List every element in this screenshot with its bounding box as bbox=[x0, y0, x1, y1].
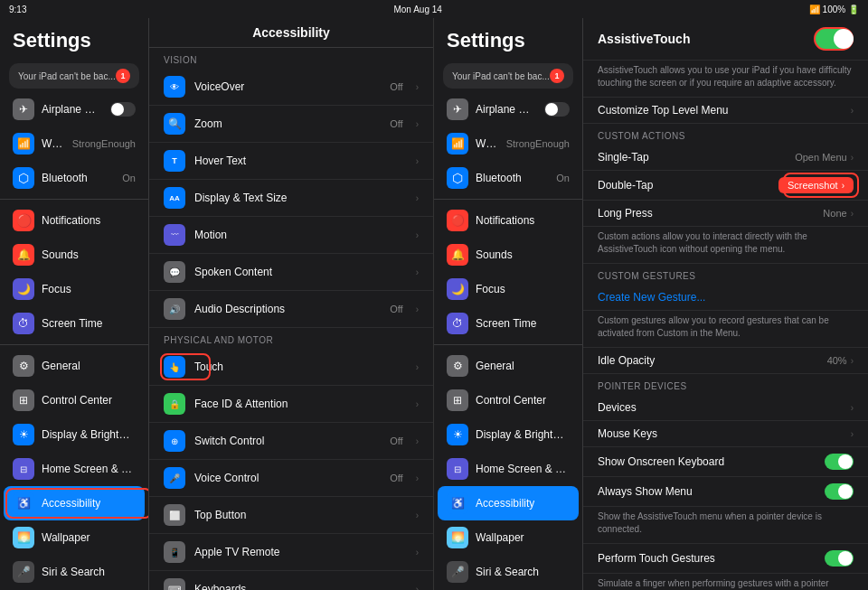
sidebar-item-screentime[interactable]: ⏱ Screen Time bbox=[0, 306, 148, 341]
sidebar-item-wifi2[interactable]: 📶 Wi-Fi StrongEnough bbox=[434, 126, 582, 161]
wifi-icon: 📶 bbox=[13, 133, 34, 155]
custom-actions-desc: Custom actions allow you to interact dir… bbox=[583, 227, 868, 264]
performtouch-row[interactable]: Perform Touch Gestures bbox=[583, 544, 868, 574]
appletvremote-chevron: › bbox=[416, 548, 419, 557]
zoom-label: Zoom bbox=[194, 117, 381, 130]
create-gesture-row[interactable]: Create New Gesture... bbox=[583, 285, 868, 311]
sidebar-item-screentime2[interactable]: ⏱ Screen Time bbox=[434, 306, 582, 341]
spokencontent-row[interactable]: 💬 Spoken Content › bbox=[149, 254, 433, 291]
topbutton-row[interactable]: ⬜ Top Button › bbox=[149, 497, 433, 534]
accessibility2-label: Accessibility bbox=[476, 497, 534, 510]
sidebar-item-airplane[interactable]: ✈ Airplane Mode bbox=[0, 92, 148, 126]
keyboards-row[interactable]: ⌨ Keyboards › bbox=[149, 571, 433, 590]
sidebar-item-focus[interactable]: 🌙 Focus bbox=[0, 272, 148, 306]
onscreenkeyboard-row[interactable]: Show Onscreen Keyboard bbox=[583, 447, 868, 477]
switchcontrol-chevron: › bbox=[416, 436, 419, 446]
sidebar-item-displaybrightness[interactable]: ☀ Display & Brightness bbox=[0, 417, 148, 452]
airplane2-toggle[interactable] bbox=[544, 102, 570, 117]
sidebar-item-accessibility[interactable]: ♿ Accessibility bbox=[4, 486, 145, 520]
customize-menu-chevron: › bbox=[851, 106, 854, 116]
sidebar-item-focus2[interactable]: 🌙 Focus bbox=[434, 272, 582, 306]
sirisearch2-icon: 🎤 bbox=[447, 561, 468, 583]
accessibility-detail-panel: Accessibility VISION 👁 VoiceOver Off › 🔍… bbox=[149, 18, 433, 590]
sidebar-item-sirisearch2[interactable]: 🎤 Siri & Search bbox=[434, 555, 582, 589]
right-settings-sidebar: Settings Your iPad can't be bac... 1 ✈ A… bbox=[434, 18, 583, 590]
notifications-icon: 🔴 bbox=[13, 210, 34, 231]
devices-chevron: › bbox=[851, 403, 854, 413]
hovertext-chevron: › bbox=[416, 156, 419, 166]
voicecontrol-row[interactable]: 🎤 Voice Control Off › bbox=[149, 460, 433, 497]
idle-opacity-row[interactable]: Idle Opacity 40% › bbox=[583, 348, 868, 374]
sidebar-item-sirisearch[interactable]: 🎤 Siri & Search bbox=[0, 555, 148, 589]
motion-chevron: › bbox=[416, 230, 419, 240]
screentime2-icon: ⏱ bbox=[447, 313, 468, 334]
sidebar-item-wallpaper[interactable]: 🌅 Wallpaper bbox=[0, 520, 148, 555]
mousekeys-row[interactable]: Mouse Keys › bbox=[583, 421, 868, 447]
right-divider1 bbox=[434, 199, 582, 200]
topbutton-label: Top Button bbox=[194, 509, 407, 521]
switchcontrol-row[interactable]: ⊕ Switch Control Off › bbox=[149, 423, 433, 460]
onscreenkeyboard-toggle[interactable] bbox=[825, 454, 854, 470]
voicecontrol-label: Voice Control bbox=[194, 472, 381, 484]
appletvremote-row[interactable]: 📱 Apple TV Remote › bbox=[149, 534, 433, 571]
zoom-row[interactable]: 🔍 Zoom Off › bbox=[149, 106, 433, 143]
sidebar-item-sounds2[interactable]: 🔔 Sounds bbox=[434, 238, 582, 272]
right-divider2 bbox=[434, 344, 582, 345]
voicecontrol-icon: 🎤 bbox=[164, 467, 185, 489]
touch-row[interactable]: 👆 Touch › bbox=[149, 349, 433, 386]
singletap-row[interactable]: Single-Tap Open Menu › bbox=[583, 145, 868, 171]
idle-opacity-label: Idle Opacity bbox=[598, 354, 655, 367]
hovertext-row[interactable]: T Hover Text › bbox=[149, 143, 433, 180]
audiodesc-row[interactable]: 🔊 Audio Descriptions Off › bbox=[149, 291, 433, 328]
touch-icon: 👆 bbox=[164, 356, 185, 378]
sidebar-item-bluetooth2[interactable]: ⬡ Bluetooth On bbox=[434, 161, 582, 195]
bluetooth-icon: ⬡ bbox=[13, 167, 34, 189]
right-notification-banner[interactable]: Your iPad can't be bac... 1 bbox=[443, 63, 573, 89]
faceidattention-row[interactable]: 🔒 Face ID & Attention › bbox=[149, 386, 433, 423]
sidebar-item-airplane2[interactable]: ✈ Airplane Mode bbox=[434, 92, 582, 126]
doubletap-row[interactable]: Double-Tap Screenshot › bbox=[583, 171, 868, 201]
sirisearch2-label: Siri & Search bbox=[476, 566, 539, 578]
airplane-icon: ✈ bbox=[13, 98, 34, 120]
alwaysshowmenu-row[interactable]: Always Show Menu bbox=[583, 477, 868, 507]
voiceover-label: VoiceOver bbox=[194, 80, 381, 93]
faceidattention-label: Face ID & Attention bbox=[194, 398, 407, 410]
voiceover-row[interactable]: 👁 VoiceOver Off › bbox=[149, 69, 433, 106]
sidebar-item-bluetooth[interactable]: ⬡ Bluetooth On bbox=[0, 161, 148, 195]
sidebar-item-homescreen2[interactable]: ⊟ Home Screen & Multitas... bbox=[434, 452, 582, 486]
singletap-chevron: › bbox=[851, 153, 854, 163]
sidebar-item-general[interactable]: ⚙ General bbox=[0, 349, 148, 383]
displaybrightness2-label: Display & Brightness bbox=[476, 428, 570, 441]
sidebar-item-general2[interactable]: ⚙ General bbox=[434, 349, 582, 383]
assistivetouch-title: AssistiveTouch bbox=[598, 32, 690, 46]
accessibility-label: Accessibility bbox=[42, 497, 100, 510]
longpress-row[interactable]: Long Press None › bbox=[583, 201, 868, 227]
sounds-label: Sounds bbox=[42, 248, 79, 261]
assistivetouch-toggle[interactable] bbox=[814, 27, 854, 51]
customize-menu-row[interactable]: Customize Top Level Menu › bbox=[583, 98, 868, 124]
alwaysshowmenu-toggle[interactable] bbox=[825, 483, 854, 500]
sidebar-item-notifications[interactable]: 🔴 Notifications bbox=[0, 203, 148, 238]
controlcenter2-icon: ⊞ bbox=[447, 389, 468, 411]
focus2-label: Focus bbox=[476, 283, 505, 295]
sidebar-item-controlcenter2[interactable]: ⊞ Control Center bbox=[434, 383, 582, 417]
sidebar-item-wallpaper2[interactable]: 🌅 Wallpaper bbox=[434, 520, 582, 555]
sidebar-item-accessibility2[interactable]: ♿ Accessibility bbox=[438, 486, 579, 520]
voiceover-icon: 👁 bbox=[164, 76, 185, 98]
left-notification-banner[interactable]: Your iPad can't be bac... 1 bbox=[9, 63, 139, 89]
motion-row[interactable]: 〰 Motion › bbox=[149, 217, 433, 254]
airplane-toggle[interactable] bbox=[110, 102, 136, 117]
sidebar-item-sounds[interactable]: 🔔 Sounds bbox=[0, 238, 148, 272]
assistivetouch-header-row[interactable]: AssistiveTouch bbox=[583, 18, 868, 61]
sidebar-item-displaybrightness2[interactable]: ☀ Display & Brightness bbox=[434, 417, 582, 452]
sidebar-item-wifi[interactable]: 📶 Wi-Fi StrongEnough bbox=[0, 126, 148, 161]
bluetooth2-label: Bluetooth bbox=[476, 172, 522, 184]
sidebar-item-homescreen[interactable]: ⊟ Home Screen & Multitas... bbox=[0, 452, 148, 486]
displaytext-row[interactable]: AA Display & Text Size › bbox=[149, 180, 433, 217]
accessibility-detail-title: Accessibility bbox=[149, 18, 433, 48]
devices-row[interactable]: Devices › bbox=[583, 395, 868, 421]
homescreen-icon: ⊟ bbox=[13, 458, 34, 480]
sidebar-item-controlcenter[interactable]: ⊞ Control Center bbox=[0, 383, 148, 417]
performtouch-toggle[interactable] bbox=[825, 550, 854, 567]
sidebar-item-notifications2[interactable]: 🔴 Notifications bbox=[434, 203, 582, 238]
